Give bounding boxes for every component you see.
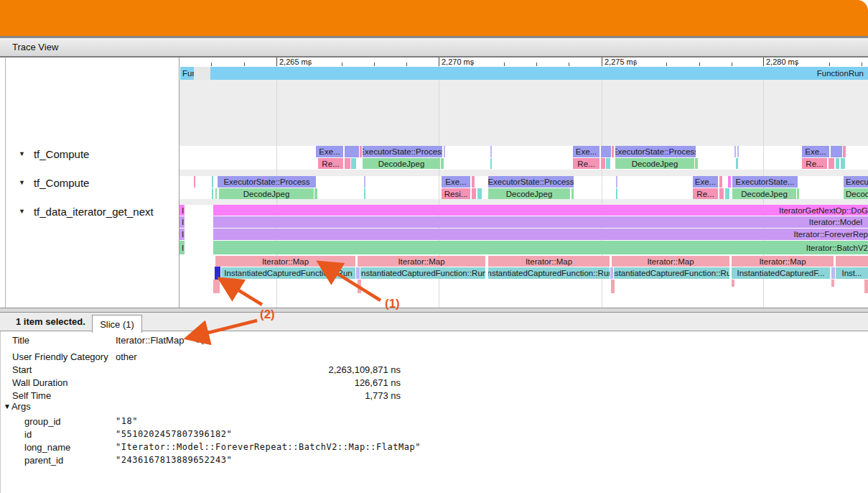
trace-slice[interactable]: ExecutorState::Process xyxy=(615,146,696,157)
trace-slice[interactable]: Re... xyxy=(693,188,718,199)
trace-slice[interactable]: Iterator::Map xyxy=(732,256,834,267)
trace-slice-sliver[interactable] xyxy=(444,146,445,157)
trace-slice[interactable]: Re... xyxy=(802,158,827,169)
trace-slice-sliver[interactable] xyxy=(831,267,835,279)
trace-slice-sliver[interactable] xyxy=(345,158,350,169)
trace-slice[interactable]: Iterator::Map xyxy=(612,256,729,267)
trace-slice[interactable]: Iterator::Model xyxy=(213,216,868,228)
trace-slice-sliver[interactable] xyxy=(314,188,317,199)
trace-slice[interactable]: DecodeJpeg xyxy=(488,188,570,199)
trace-slice[interactable]: Exe... xyxy=(693,176,718,188)
sidebar-item-tf-compute[interactable]: ▼tf_Compute xyxy=(19,147,89,160)
trace-slice[interactable]: I xyxy=(179,229,185,240)
trace-slice[interactable]: Re... xyxy=(318,158,343,169)
trace-slice[interactable]: ExecutorState... xyxy=(732,176,798,188)
trace-slice-sliver[interactable] xyxy=(351,158,356,169)
trace-slice[interactable]: Exe... xyxy=(802,146,829,157)
trace-slice-sliver[interactable] xyxy=(734,146,736,157)
trace-slice[interactable]: FunctionRun xyxy=(210,67,868,80)
trace-slice-sliver[interactable] xyxy=(836,158,839,169)
args-section-toggle[interactable]: ▼ Args xyxy=(4,401,31,412)
trace-slice[interactable]: Iterator::Map xyxy=(358,256,485,267)
trace-slice-sliver[interactable] xyxy=(719,188,724,199)
trace-slice-sliver[interactable] xyxy=(836,256,868,267)
trace-slice-sliver[interactable] xyxy=(212,188,213,199)
trace-slice[interactable]: Re... xyxy=(573,158,599,169)
trace-slice-sliver[interactable] xyxy=(831,280,834,287)
trace-slice-sliver[interactable] xyxy=(719,176,722,188)
trace-slice-sliver[interactable] xyxy=(736,158,738,169)
trace-slice-sliver[interactable] xyxy=(829,158,834,169)
trace-slice[interactable]: ExecutorState::Process xyxy=(488,176,574,188)
trace-slice-sliver[interactable] xyxy=(843,146,846,157)
trace-slice-sliver[interactable] xyxy=(490,146,492,157)
tab-slice[interactable]: Slice (1) xyxy=(92,315,142,333)
trace-slice[interactable]: Iterator::ForeverRep xyxy=(213,229,868,240)
trace-slice[interactable]: Iterator::Map xyxy=(488,256,610,267)
trace-slice-sliver[interactable] xyxy=(358,280,361,293)
trace-slice[interactable]: Resi... xyxy=(442,188,470,199)
trace-slice-sliver[interactable] xyxy=(616,188,617,199)
trace-slice[interactable]: I xyxy=(179,216,185,228)
trace-slice[interactable]: InstantiatedCapturedFunction::Run xyxy=(360,267,485,279)
trace-slice[interactable]: I xyxy=(179,205,185,216)
trace-slice-sliver[interactable] xyxy=(212,176,213,188)
trace-slice-sliver[interactable] xyxy=(571,188,574,199)
trace-slice-sliver[interactable] xyxy=(490,158,492,169)
trace-slice-sliver[interactable] xyxy=(606,158,610,169)
trace-slice-sliver[interactable] xyxy=(732,280,734,287)
trace-slice-sliver[interactable] xyxy=(831,146,842,157)
trace-slice-sliver[interactable] xyxy=(364,176,365,188)
trace-slice-sliver[interactable] xyxy=(441,158,444,169)
trace-slice[interactable]: InstantiatedCapturedFunction::Run xyxy=(488,267,610,279)
trace-slice[interactable]: ExecutorState::Process xyxy=(363,146,442,157)
trace-slice[interactable]: DecodeJpeg xyxy=(219,188,314,199)
trace-slice-sliver[interactable] xyxy=(360,146,362,157)
magnifier-icon[interactable] xyxy=(194,335,205,346)
trace-slice-sliver[interactable] xyxy=(797,188,799,199)
trace-slice[interactable]: Fun xyxy=(180,67,194,80)
sidebar-item-tf-data-iterator-get-next[interactable]: ▼tf_data_iterator_get_next xyxy=(19,205,154,218)
trace-slice-sliver[interactable] xyxy=(194,176,195,188)
trace-slice[interactable]: I xyxy=(179,241,185,254)
trace-slice[interactable]: ExecutorState... xyxy=(844,176,868,188)
trace-slice[interactable]: DecodeJpeg xyxy=(615,158,694,169)
panel-splitter[interactable] xyxy=(0,308,868,313)
trace-slice-sliver[interactable] xyxy=(364,188,365,199)
trace-slice[interactable]: Exe... xyxy=(316,146,343,157)
trace-slice[interactable]: IteratorGetNextOp::DoG xyxy=(213,205,868,216)
trace-slice-sliver[interactable] xyxy=(841,158,845,169)
trace-slice[interactable]: InstantiatedCapturedFunction::Run xyxy=(614,267,729,279)
trace-slice-sliver[interactable] xyxy=(194,67,210,80)
trace-slice[interactable]: Inst... xyxy=(836,267,868,279)
trace-slice-sliver[interactable] xyxy=(737,146,739,157)
trace-slice[interactable]: Iterator::Map xyxy=(215,256,355,267)
timeline-canvas[interactable]: 2,265 ms2,270 ms2,275 ms2,280 msFunFunct… xyxy=(179,57,868,308)
trace-slice-sliver[interactable] xyxy=(725,188,729,199)
trace-slice-sliver[interactable] xyxy=(213,280,220,293)
trace-slice[interactable]: Exe... xyxy=(442,176,470,188)
trace-slice[interactable]: ExecutorState::Process xyxy=(218,176,316,188)
trace-slice[interactable]: InstantiatedCapturedF... xyxy=(732,267,830,279)
trace-slice-sliver[interactable] xyxy=(472,176,475,188)
trace-slice[interactable]: InstantiatedCapturedFunction::Run xyxy=(221,267,355,279)
trace-slice[interactable]: DecodeJpeg xyxy=(363,158,440,169)
trace-slice-sliver[interactable] xyxy=(611,280,615,293)
trace-slice-sliver[interactable] xyxy=(215,188,217,199)
trace-slice-sliver[interactable] xyxy=(477,188,482,199)
trace-slice[interactable]: Exe... xyxy=(573,146,599,157)
trace-slice-sliver[interactable] xyxy=(612,146,614,157)
trace-slice-sliver[interactable] xyxy=(695,158,698,169)
trace-slice-sliver[interactable] xyxy=(864,280,868,293)
sidebar-item-tf-compute[interactable]: ▼tf_Compute xyxy=(19,176,89,189)
trace-slice-sliver[interactable] xyxy=(345,146,359,157)
trace-slice-sliver[interactable] xyxy=(616,176,617,188)
trace-slice-sliver[interactable] xyxy=(728,176,731,188)
trace-slice-sliver[interactable] xyxy=(601,158,605,169)
trace-slice-sliver[interactable] xyxy=(472,188,476,199)
trace-slice[interactable]: DecodeJpeg xyxy=(732,188,796,199)
trace-slice[interactable]: DecodeJpeg xyxy=(844,188,868,199)
trace-slice[interactable]: Iterator::BatchV2 xyxy=(213,241,868,254)
trace-slice-sliver[interactable] xyxy=(601,146,611,157)
trace-slice-sliver[interactable] xyxy=(610,267,613,279)
